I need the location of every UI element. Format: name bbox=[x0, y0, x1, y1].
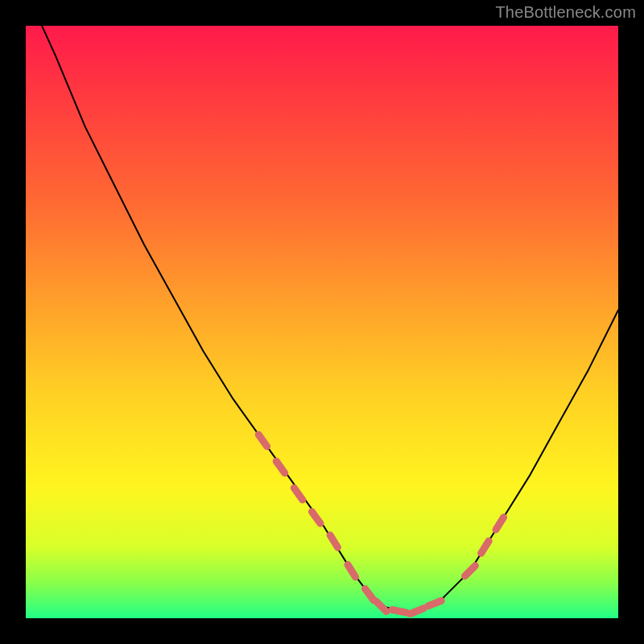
watermark-text: TheBottleneck.com bbox=[495, 3, 636, 22]
highlight-dash bbox=[410, 609, 423, 614]
highlight-dash bbox=[481, 541, 489, 553]
highlight-dash bbox=[312, 512, 320, 524]
plot-area bbox=[26, 26, 618, 618]
highlight-dash bbox=[428, 601, 442, 606]
highlight-dash bbox=[330, 535, 338, 547]
highlight-dash bbox=[276, 461, 285, 473]
highlight-dash bbox=[465, 566, 476, 576]
curve-svg bbox=[26, 26, 618, 618]
highlight-dash bbox=[294, 488, 303, 500]
highlight-dash bbox=[496, 518, 504, 530]
highlight-dash bbox=[365, 588, 374, 600]
highlight-dashes bbox=[258, 435, 503, 614]
highlight-dash bbox=[376, 601, 386, 612]
chart-frame: TheBottleneck.com bbox=[0, 0, 644, 644]
highlight-dash bbox=[392, 609, 407, 613]
highlight-dash bbox=[348, 565, 356, 577]
highlight-dash bbox=[258, 435, 266, 447]
